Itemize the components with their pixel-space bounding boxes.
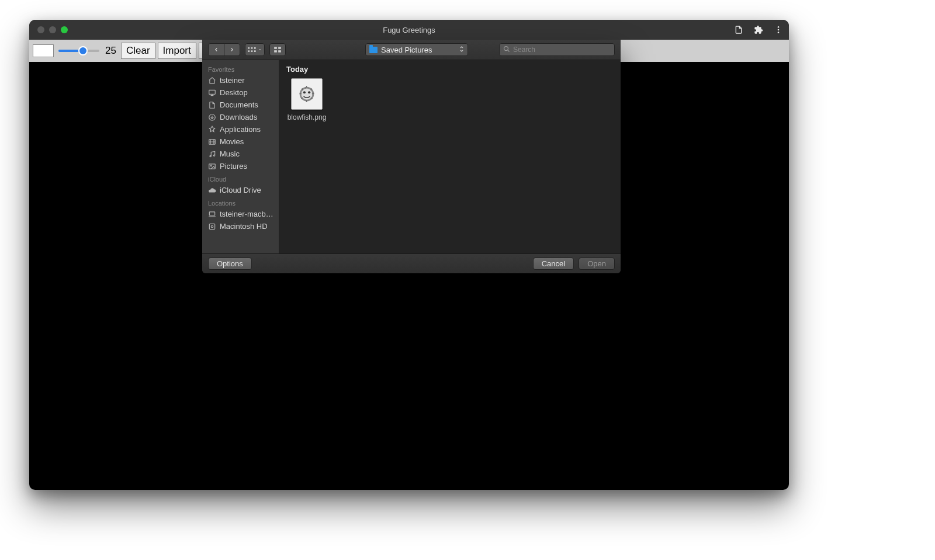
svg-rect-3	[248, 47, 250, 49]
sidebar-item-downloads[interactable]: Downloads	[202, 111, 279, 123]
svg-point-23	[210, 155, 211, 156]
svg-point-2	[778, 32, 780, 33]
chevron-updown-icon	[459, 46, 464, 54]
movie-icon	[208, 138, 216, 146]
sidebar-section-header: Locations	[202, 196, 279, 208]
search-icon	[503, 46, 510, 54]
file-thumbnail	[291, 78, 323, 110]
sidebar-item-label: Desktop	[220, 88, 248, 97]
nav-back-button[interactable]	[208, 43, 224, 56]
desktop-icon	[208, 89, 216, 97]
sidebar-item-tsteiner[interactable]: tsteiner	[202, 74, 279, 86]
sidebar-item-macintosh-hd[interactable]: Macintosh HD	[202, 220, 279, 232]
open-button[interactable]: Open	[579, 258, 615, 270]
svg-rect-5	[254, 47, 256, 49]
doc-icon	[208, 101, 216, 109]
brush-size-value: 25	[105, 45, 116, 57]
sidebar-item-movies[interactable]: Movies	[202, 135, 279, 148]
dialog-body: FavoriteststeinerDesktopDocumentsDownloa…	[202, 60, 621, 253]
svg-point-1	[778, 29, 780, 31]
sidebar-item-label: tsteiner-macb…	[220, 210, 273, 218]
svg-point-0	[778, 26, 780, 28]
sidebar-item-label: Documents	[220, 100, 258, 109]
folder-icon	[369, 47, 378, 53]
svg-line-14	[508, 50, 510, 51]
music-icon	[208, 150, 216, 158]
svg-rect-28	[209, 224, 214, 229]
sidebar-item-label: tsteiner	[220, 76, 245, 85]
svg-rect-11	[274, 50, 277, 53]
svg-rect-8	[254, 50, 256, 52]
down-icon	[208, 113, 216, 121]
svg-point-33	[308, 91, 310, 93]
svg-point-29	[211, 225, 213, 228]
maximize-window-button[interactable]	[61, 26, 68, 33]
apps-icon	[208, 126, 216, 134]
svg-rect-12	[278, 50, 281, 53]
laptop-icon	[208, 210, 216, 218]
file-item[interactable]: blowfish.png	[286, 78, 327, 121]
search-input[interactable]	[513, 46, 611, 54]
sidebar-item-tsteiner-macb-[interactable]: tsteiner-macb…	[202, 208, 279, 220]
options-button[interactable]: Options	[208, 258, 252, 270]
svg-rect-9	[274, 47, 277, 49]
svg-point-26	[210, 165, 212, 166]
svg-point-13	[504, 46, 508, 50]
sidebar-section-header: Favorites	[202, 62, 279, 74]
sidebar-item-label: Macintosh HD	[220, 222, 268, 231]
svg-point-32	[303, 91, 306, 93]
svg-point-24	[213, 155, 214, 156]
sidebar-item-label: iCloud Drive	[220, 186, 261, 194]
group-by-button[interactable]	[269, 43, 286, 56]
brush-size-slider[interactable]	[58, 50, 99, 52]
nav-forward-button[interactable]	[224, 43, 240, 56]
import-button[interactable]: Import	[158, 43, 196, 59]
file-grid: blowfish.png	[286, 78, 614, 121]
app-window: Fugu Greetings 25 Clear Import Export	[29, 20, 789, 490]
titlebar: Fugu Greetings	[29, 20, 789, 40]
sidebar-item-pictures[interactable]: Pictures	[202, 160, 279, 172]
svg-rect-7	[251, 50, 253, 52]
svg-rect-6	[248, 50, 250, 52]
extension-icon[interactable]	[754, 25, 763, 34]
dialog-footer: Options Cancel Open	[202, 253, 621, 273]
file-icon[interactable]	[734, 25, 743, 34]
menu-dots-icon[interactable]	[774, 25, 783, 34]
sidebar-item-label: Movies	[220, 137, 244, 146]
minimize-window-button[interactable]	[49, 26, 56, 33]
sidebar-item-label: Applications	[220, 125, 261, 134]
svg-rect-10	[278, 47, 281, 49]
sidebar-item-applications[interactable]: Applications	[202, 123, 279, 135]
file-open-dialog: Saved Pictures FavoriteststeinerDesktopD…	[202, 40, 621, 273]
window-controls	[29, 26, 68, 33]
view-mode-button[interactable]	[245, 43, 265, 56]
dialog-toolbar: Saved Pictures	[202, 40, 621, 60]
sidebar-item-label: Pictures	[220, 162, 247, 171]
color-swatch[interactable]	[33, 44, 54, 57]
cancel-button[interactable]: Cancel	[533, 258, 574, 270]
sidebar-item-label: Music	[220, 149, 240, 158]
close-window-button[interactable]	[37, 26, 44, 33]
content-pane[interactable]: Today blowfish.png	[279, 60, 621, 253]
path-label: Saved Pictures	[381, 46, 432, 54]
nav-back-forward	[208, 43, 240, 56]
sidebar-item-icloud-drive[interactable]: iCloud Drive	[202, 184, 279, 196]
disk-icon	[208, 222, 216, 231]
svg-rect-4	[251, 47, 253, 49]
titlebar-right-icons	[734, 25, 783, 34]
sidebar-item-documents[interactable]: Documents	[202, 99, 279, 111]
sidebar[interactable]: FavoriteststeinerDesktopDocumentsDownloa…	[202, 60, 279, 253]
svg-rect-27	[209, 211, 214, 215]
search-box[interactable]	[499, 43, 615, 56]
svg-rect-15	[209, 90, 216, 94]
path-dropdown[interactable]: Saved Pictures	[365, 43, 468, 56]
sidebar-item-music[interactable]: Music	[202, 148, 279, 160]
sidebar-section-header: iCloud	[202, 172, 279, 184]
file-name-label: blowfish.png	[288, 113, 327, 121]
home-icon	[208, 76, 216, 85]
content-header: Today	[286, 65, 614, 74]
clear-button[interactable]: Clear	[121, 43, 155, 59]
pic-icon	[208, 162, 216, 171]
sidebar-item-desktop[interactable]: Desktop	[202, 86, 279, 99]
window-title: Fugu Greetings	[29, 26, 789, 34]
